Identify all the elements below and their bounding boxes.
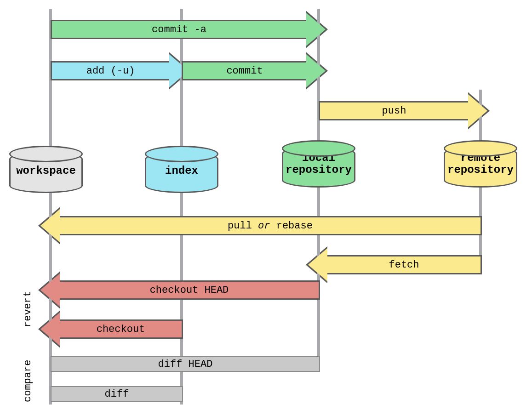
arrow-pull-label: pull or rebase: [228, 220, 313, 232]
arrow-checkout-head: checkout HEAD: [40, 274, 320, 307]
cylinder-remote-label2: repository: [447, 164, 514, 176]
arrow-fetch: fetch: [308, 248, 482, 281]
cylinder-index-label: index: [165, 165, 198, 177]
bar-diff-label: diff: [105, 388, 129, 400]
arrow-commit: commit: [182, 54, 326, 87]
arrow-fetch-label: fetch: [389, 259, 419, 271]
arrow-commit-a-label: commit -a: [152, 24, 206, 35]
arrow-push-label: push: [382, 105, 406, 117]
arrow-push: push: [319, 94, 487, 127]
arrow-commit-label: commit: [226, 65, 263, 77]
cylinder-remote-label1: remote: [461, 152, 500, 164]
side-label-compare: compare: [22, 360, 34, 402]
side-label-revert: revert: [22, 291, 34, 327]
arrow-add: add (-u): [51, 54, 189, 87]
bar-diff-head: diff HEAD: [51, 356, 320, 372]
arrow-add-label: add (-u): [86, 65, 135, 77]
arrow-commit-a: commit -a: [51, 13, 326, 46]
cylinder-local-label1: local: [302, 152, 335, 164]
cylinder-remote-repo: remote repository: [444, 146, 517, 188]
arrow-checkout-label: checkout: [97, 324, 145, 335]
cylinder-workspace-label: workspace: [16, 165, 76, 177]
arrow-checkout: checkout: [40, 313, 183, 346]
arrow-pull-rebase: pull or rebase: [40, 209, 482, 242]
cylinder-workspace: workspace: [9, 152, 83, 193]
cylinder-local-repo: local repository: [282, 146, 355, 188]
bar-diff: diff: [51, 386, 183, 402]
arrow-checkout-head-label: checkout HEAD: [150, 285, 229, 296]
cylinder-local-label2: repository: [286, 164, 352, 176]
git-data-flow-diagram: workspace index local repository remote …: [0, 0, 532, 416]
cylinder-index: index: [145, 152, 218, 193]
bar-diff-head-label: diff HEAD: [158, 359, 213, 370]
